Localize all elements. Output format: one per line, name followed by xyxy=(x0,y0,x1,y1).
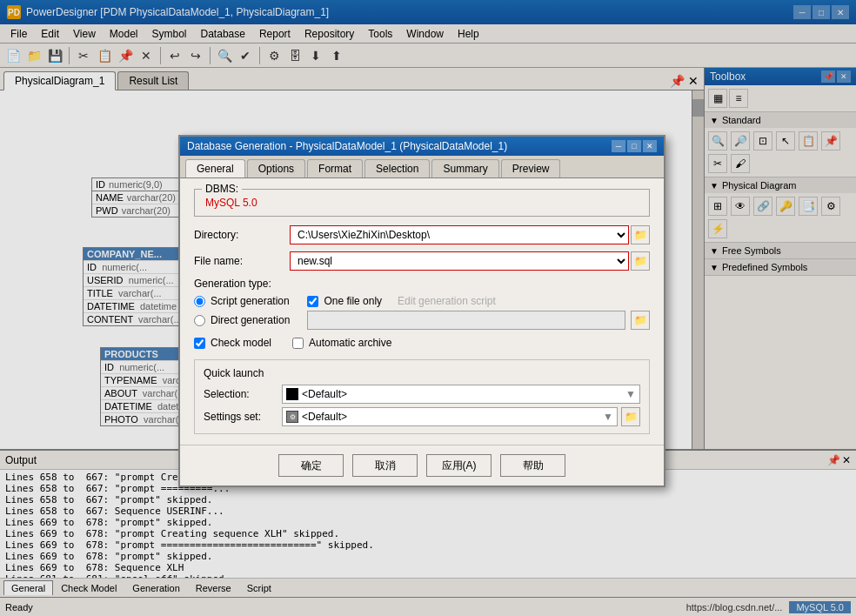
status-text: Ready xyxy=(5,602,33,613)
tool-zoom-in[interactable]: 🔍 xyxy=(708,131,727,151)
output-close-btn[interactable]: ✕ xyxy=(842,454,851,466)
directory-browse-btn[interactable]: 📁 xyxy=(631,225,650,244)
selection-combobox[interactable]: <Default> ▼ xyxy=(282,385,640,404)
tool-zoom-out[interactable]: 🔎 xyxy=(731,131,750,151)
find-btn[interactable]: 🔍 xyxy=(215,46,234,65)
direct-gen-radio-row: Direct generation xyxy=(194,314,290,326)
modal-apply-btn[interactable]: 应用(A) xyxy=(426,454,492,477)
toolbox-section-physical-header[interactable]: ▼ Physical Diagram xyxy=(705,177,856,193)
toolbox-section-standard-header[interactable]: ▼ Standard xyxy=(705,112,856,128)
tool-fit[interactable]: ⊡ xyxy=(753,131,772,151)
menu-report[interactable]: Report xyxy=(252,26,298,42)
menu-model[interactable]: Model xyxy=(103,26,145,42)
check-model-checkbox[interactable] xyxy=(194,338,205,349)
output-tab-generation[interactable]: Generation xyxy=(124,580,187,596)
tool-list[interactable]: ≡ xyxy=(729,89,748,108)
menu-symbol[interactable]: Symbol xyxy=(145,26,194,42)
menu-view[interactable]: View xyxy=(66,26,103,42)
output-tab-script[interactable]: Script xyxy=(239,580,279,596)
modal-body: DBMS: MySQL 5.0 Directory: C:\Users\XieZ… xyxy=(180,178,664,445)
toolbox-close-btn[interactable]: ✕ xyxy=(837,70,851,83)
tool-index[interactable]: 📑 xyxy=(799,197,818,216)
modal-tab-format[interactable]: Format xyxy=(307,159,363,177)
modal-tab-general[interactable]: General xyxy=(185,159,245,177)
tool-grid[interactable]: ▦ xyxy=(708,89,727,108)
direct-gen-radio[interactable] xyxy=(194,315,205,326)
tool-key[interactable]: 🔑 xyxy=(776,197,795,216)
direct-gen-input[interactable] xyxy=(307,311,625,330)
modal-help-btn[interactable]: 帮助 xyxy=(500,454,565,477)
output-tab-reverse[interactable]: Reverse xyxy=(188,580,239,596)
menu-database[interactable]: Database xyxy=(194,26,252,42)
redo-btn[interactable]: ↪ xyxy=(186,46,205,65)
menu-bar: File Edit View Model Symbol Database Rep… xyxy=(0,24,856,44)
selection-color-icon xyxy=(286,388,298,400)
scrollbar-v[interactable] xyxy=(692,90,704,449)
tool-view[interactable]: 👁 xyxy=(731,197,750,216)
new-btn[interactable]: 📄 xyxy=(3,46,23,65)
settings-combobox[interactable]: ⚙ <Default> ▼ xyxy=(282,407,618,426)
export-btn[interactable]: ⬆ xyxy=(327,46,346,65)
tool-link[interactable]: 🔗 xyxy=(753,197,772,216)
check-btn[interactable]: ✔ xyxy=(236,46,255,65)
modal-tab-summary[interactable]: Summary xyxy=(431,159,498,177)
modal-maximize-btn[interactable]: □ xyxy=(627,140,641,152)
tool-proc[interactable]: ⚙ xyxy=(821,197,840,216)
auto-archive-checkbox[interactable] xyxy=(292,338,304,349)
modal-ok-btn[interactable]: 确定 xyxy=(278,454,344,477)
filename-browse-btn[interactable]: 📁 xyxy=(631,251,650,271)
menu-window[interactable]: Window xyxy=(399,26,451,42)
settings-browse-btn[interactable]: 📁 xyxy=(621,407,640,426)
gen-btn[interactable]: ⚙ xyxy=(264,46,284,65)
modal-close-btn[interactable]: ✕ xyxy=(643,140,657,152)
menu-tools[interactable]: Tools xyxy=(361,26,399,42)
toolbox-section-free-header[interactable]: ▼ Free Symbols xyxy=(705,243,856,258)
toolbox-section-predefined-header[interactable]: ▼ Predefined Symbols xyxy=(705,259,856,275)
cut-btn[interactable]: ✂ xyxy=(74,46,93,65)
copy-btn[interactable]: 📋 xyxy=(95,46,114,65)
menu-file[interactable]: File xyxy=(3,26,34,42)
save-btn[interactable]: 💾 xyxy=(45,46,64,65)
modal-tab-selection[interactable]: Selection xyxy=(364,159,430,177)
menu-help[interactable]: Help xyxy=(451,26,486,42)
modal-cancel-btn[interactable]: 取消 xyxy=(352,454,418,477)
diagram-tab[interactable]: PhysicalDiagram_1 xyxy=(3,71,116,90)
tool-select[interactable]: ↖ xyxy=(776,131,795,151)
minimize-button[interactable]: ─ xyxy=(793,5,811,19)
menu-edit[interactable]: Edit xyxy=(34,26,66,42)
tab-pin-btn[interactable]: 📌 xyxy=(668,72,686,90)
direct-gen-browse-btn[interactable]: 📁 xyxy=(631,311,650,330)
result-tab[interactable]: Result List xyxy=(117,71,189,90)
output-tab-checkmodel[interactable]: Check Model xyxy=(53,580,124,596)
undo-btn[interactable]: ↩ xyxy=(165,46,184,65)
tab-close-btn[interactable]: ✕ xyxy=(686,72,700,90)
one-file-checkbox[interactable] xyxy=(307,296,318,307)
close-button[interactable]: ✕ xyxy=(832,5,849,19)
modal-tab-preview[interactable]: Preview xyxy=(501,159,561,177)
output-pin-btn[interactable]: 📌 xyxy=(827,454,840,466)
db-table-t2[interactable]: COMPANY_NE... ID numeric(... USERID nume… xyxy=(83,247,187,326)
script-gen-radio[interactable] xyxy=(194,296,205,307)
tool-brush[interactable]: 🖌 xyxy=(731,154,750,173)
maximize-button[interactable]: □ xyxy=(813,5,830,19)
delete-btn[interactable]: ✕ xyxy=(137,46,156,65)
tool-trigger[interactable]: ⚡ xyxy=(708,219,727,238)
paste-btn[interactable]: 📌 xyxy=(116,46,135,65)
tool-copy2[interactable]: 📋 xyxy=(799,131,818,151)
modal-minimize-btn[interactable]: ─ xyxy=(612,140,625,152)
toolbox-pin-btn[interactable]: 📌 xyxy=(821,70,835,83)
tool-paste2[interactable]: 📌 xyxy=(821,131,840,151)
modal-tab-options[interactable]: Options xyxy=(247,159,305,177)
directory-select[interactable]: C:\Users\XieZhiXin\Desktop\ xyxy=(290,225,629,244)
filename-select[interactable]: new.sql xyxy=(290,251,629,271)
open-btn[interactable]: 📁 xyxy=(24,46,43,65)
scrollbar-thumb-v[interactable] xyxy=(692,99,704,117)
t2-row-title: TITLE varchar(... xyxy=(84,286,186,299)
import-btn[interactable]: ⬇ xyxy=(306,46,325,65)
menu-repository[interactable]: Repository xyxy=(298,26,361,42)
toolbox-section-standard: ▼ Standard 🔍 🔎 ⊡ ↖ 📋 📌 ✂ 🖌 xyxy=(705,112,856,177)
dbgen-btn[interactable]: 🗄 xyxy=(285,46,304,65)
tool-table[interactable]: ⊞ xyxy=(708,197,727,216)
tool-scissors[interactable]: ✂ xyxy=(708,154,727,173)
output-tab-general[interactable]: General xyxy=(3,580,53,595)
